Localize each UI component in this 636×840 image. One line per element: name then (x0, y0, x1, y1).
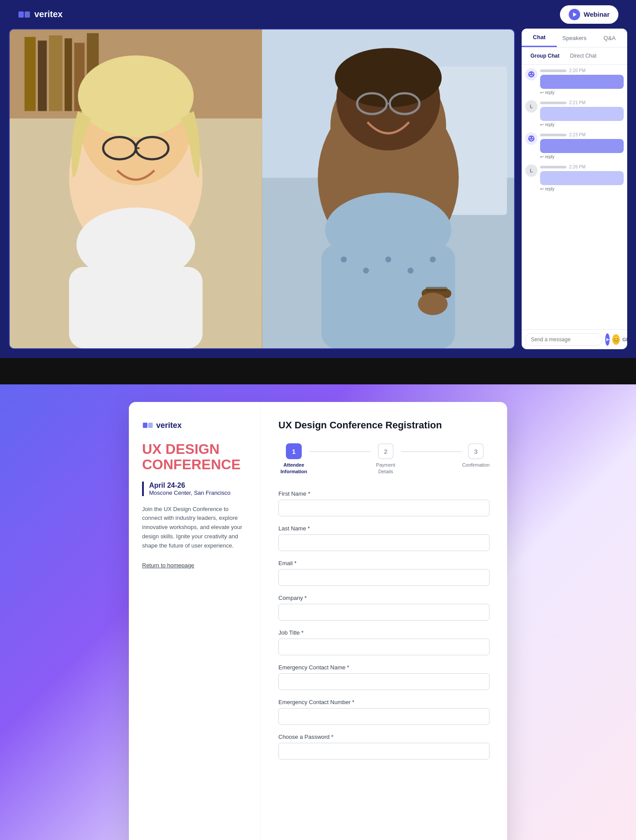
registration-page-title: UX Design Conference Registration (278, 420, 490, 431)
send-button[interactable]: ➤ (605, 333, 610, 346)
step-3: 3 Confirmation (462, 443, 490, 468)
svg-point-32 (385, 256, 391, 262)
label-company: Company * (278, 595, 490, 601)
header: veritex Webinar (0, 0, 636, 29)
svg-rect-44 (143, 423, 147, 428)
svg-point-37 (418, 293, 447, 315)
logo-icon (18, 8, 31, 21)
field-first-name: First Name * (278, 490, 490, 516)
msg-name-3 (540, 134, 567, 136)
svg-rect-5 (38, 40, 47, 111)
step-2: 2 Payment Details (370, 443, 401, 475)
svg-rect-4 (25, 37, 36, 111)
svg-point-38 (528, 71, 534, 77)
message-2: L 2:21 PM ↩ reply (525, 100, 624, 127)
input-email[interactable] (278, 569, 490, 586)
field-last-name: Last Name * (278, 525, 490, 551)
step-connector-2 (401, 451, 462, 452)
webinar-label: Webinar (584, 11, 610, 18)
input-password[interactable] (278, 743, 490, 760)
avatar-4: L (525, 164, 537, 177)
msg-reply-2[interactable]: ↩ reply (540, 122, 624, 127)
label-job-title: Job Title * (278, 629, 490, 636)
input-job-title[interactable] (278, 639, 490, 655)
message-content-2: 2:21 PM ↩ reply (540, 100, 624, 127)
avatar-3 (525, 132, 537, 145)
label-first-name: First Name * (278, 490, 490, 497)
msg-reply-1[interactable]: ↩ reply (540, 90, 624, 95)
label-password: Choose a Password * (278, 734, 490, 740)
registration-steps: 1 Attendee Information 2 Payment Details… (278, 443, 490, 475)
logo-text: veritex (34, 9, 63, 19)
svg-point-31 (363, 267, 369, 273)
reg-logo: veritex (142, 420, 247, 431)
msg-bubble-2 (540, 107, 624, 121)
tab-speakers[interactable]: Speakers (557, 29, 592, 47)
video-participant-left (10, 29, 262, 348)
webinar-button[interactable]: Webinar (560, 5, 618, 24)
svg-rect-36 (425, 287, 448, 291)
step-1: 1 Attendee Information (278, 443, 309, 475)
msg-time-4: 2:26 PM (569, 164, 585, 169)
msg-time-2: 2:21 PM (569, 100, 585, 105)
field-emergency-contact-number: Emergency Contact Number * (278, 699, 490, 725)
msg-reply-4[interactable]: ↩ reply (540, 186, 624, 191)
message-input[interactable] (525, 333, 603, 346)
field-emergency-contact-name: Emergency Contact Name * (278, 664, 490, 690)
step-label-1: Attendee Information (278, 462, 309, 475)
input-company[interactable] (278, 604, 490, 621)
tab-chat[interactable]: Chat (522, 29, 557, 47)
avatar-1 (525, 68, 537, 80)
svg-point-17 (77, 208, 195, 282)
registration-left-panel: veritex UX DESIGN CONFERENCE April 24-26… (129, 402, 261, 840)
svg-point-29 (325, 193, 451, 267)
conference-location: Moscone Center, San Francisco (149, 489, 247, 496)
video-area (9, 29, 515, 349)
step-label-2: Payment Details (370, 462, 401, 475)
svg-point-39 (530, 73, 531, 74)
svg-rect-7 (65, 38, 72, 111)
subtab-group[interactable]: Group Chat (527, 51, 563, 61)
message-1: 2:20 PM ↩ reply (525, 68, 624, 95)
input-first-name[interactable] (278, 500, 490, 516)
avatar-2: L (525, 100, 537, 113)
subtab-direct[interactable]: Direct Chat (567, 51, 600, 61)
msg-bubble-3 (540, 139, 624, 153)
msg-reply-3[interactable]: ↩ reply (540, 154, 624, 159)
webinar-section: Chat Speakers Q&A Group Chat Direct Chat… (0, 29, 636, 358)
svg-rect-0 (18, 11, 24, 18)
label-emergency-contact-number: Emergency Contact Number * (278, 699, 490, 705)
video-participant-right (262, 29, 515, 348)
registration-card: veritex UX DESIGN CONFERENCE April 24-26… (129, 402, 507, 840)
tab-qa[interactable]: Q&A (592, 29, 627, 47)
chat-subtabs: Group Chat Direct Chat (522, 47, 627, 65)
msg-name-4 (540, 166, 567, 168)
svg-point-12 (78, 55, 194, 137)
input-emergency-contact-name[interactable] (278, 673, 490, 690)
step-connector-1 (309, 451, 370, 452)
field-password: Choose a Password * (278, 734, 490, 760)
gif-button[interactable]: GIF (622, 337, 627, 342)
chat-tabs: Chat Speakers Q&A (522, 29, 627, 47)
input-last-name[interactable] (278, 534, 490, 551)
svg-point-40 (532, 73, 534, 74)
svg-point-41 (528, 135, 534, 142)
svg-rect-45 (148, 423, 153, 428)
return-link[interactable]: Return to homepage (142, 562, 194, 569)
message-content-3: 2:23 PM ↩ reply (540, 132, 624, 159)
reg-logo-icon (142, 420, 154, 431)
msg-time-3: 2:23 PM (569, 132, 585, 137)
step-circle-3: 3 (468, 443, 484, 459)
svg-rect-1 (25, 11, 30, 18)
msg-name-2 (540, 102, 567, 104)
svg-point-33 (407, 267, 413, 273)
message-content-1: 2:20 PM ↩ reply (540, 68, 624, 95)
emoji-button[interactable]: 😊 (612, 334, 620, 345)
msg-bubble-1 (540, 75, 624, 89)
message-4: L 2:26 PM ↩ reply (525, 164, 624, 191)
svg-point-24 (335, 48, 442, 107)
input-emergency-contact-number[interactable] (278, 708, 490, 725)
message-3: 2:23 PM ↩ reply (525, 132, 624, 159)
registration-right-panel: UX Design Conference Registration 1 Atte… (261, 402, 507, 840)
message-content-4: 2:26 PM ↩ reply (540, 164, 624, 191)
